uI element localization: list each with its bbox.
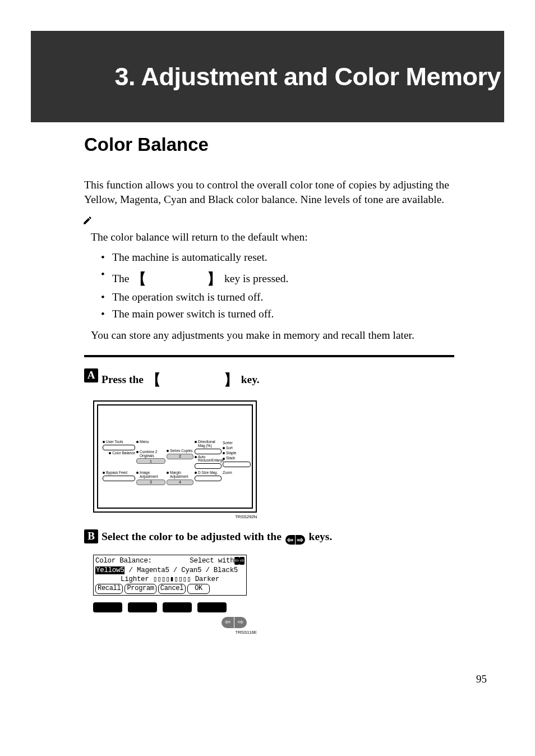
step-text: Press the 【】 key. — [102, 368, 260, 388]
physical-softkeys: ⇦ ⇨ — [93, 602, 247, 628]
section-title: Color Balance — [84, 134, 454, 155]
panel-button — [195, 449, 222, 454]
intro-paragraph: This function allows you to control the … — [84, 178, 454, 206]
arrow-keys-icon: ⇦⇨ — [285, 535, 305, 545]
figure-code: TRSS116E — [93, 630, 257, 635]
lcd-softkeys: Recall Program Cancel OK — [95, 584, 245, 594]
lcd-cancel: Cancel — [158, 584, 186, 594]
panel-numbutton: 1 — [136, 458, 165, 464]
step-2: B Select the color to be adjusted with t… — [84, 529, 454, 545]
step-number-icon: B — [84, 529, 98, 543]
lcd-line2: Yellow5 / Magenta5 / Cyan5 / Black5 — [95, 566, 245, 575]
softkey — [128, 602, 157, 612]
note-icon — [82, 215, 454, 225]
softkey — [197, 602, 227, 612]
note-item: The main power switch is turned off. — [101, 306, 454, 322]
arrow-right-button: ⇨ — [234, 617, 247, 628]
panel-button — [195, 463, 222, 469]
panel-button — [195, 476, 222, 481]
lcd-line3: Lighter ▯▯▯▯▮▯▯▯▯ Darker — [95, 575, 245, 584]
note-list: The machine is automatically reset. The … — [101, 249, 454, 322]
panel-numbutton: 4 — [167, 480, 193, 485]
panel-button — [103, 476, 135, 481]
panel-numbutton: 2 — [167, 454, 193, 459]
lcd-hint: Select with⇦⇨ — [190, 556, 245, 565]
panel-button — [103, 445, 135, 450]
step-1: A Press the 【】 key. — [84, 368, 454, 388]
chapter-header: 3. Adjustment and Color Memory — [31, 31, 504, 122]
panel-numbutton: 3 — [136, 480, 165, 485]
note-item: The machine is automatically reset. — [101, 249, 454, 266]
panel-button — [223, 462, 251, 467]
lcd-program: Program — [124, 584, 156, 594]
softkey — [93, 602, 122, 612]
softkey — [163, 602, 192, 612]
key-brackets: 【】 — [132, 266, 222, 288]
lcd-ok: OK — [187, 584, 210, 594]
lcd-figure: Color Balance: Select with⇦⇨ Yellow5 / M… — [93, 555, 247, 595]
step-text: Select the color to be adjusted with the… — [102, 529, 332, 545]
chapter-title: 3. Adjustment and Color Memory — [115, 63, 501, 91]
note-item: The operation switch is turned off. — [101, 289, 454, 306]
lcd-recall: Recall — [95, 584, 123, 594]
lcd-title: Color Balance: — [95, 556, 152, 565]
figure-code: TRSS292N — [93, 514, 257, 519]
step-number-icon: A — [84, 368, 98, 382]
arrow-left-button: ⇦ — [222, 617, 234, 628]
control-panel-figure: User Tools Color Balance Menu Combine 2 … — [93, 400, 257, 519]
page-number: 95 — [476, 673, 487, 685]
note-tail: You can store any adjustments you make i… — [91, 328, 454, 343]
divider — [84, 355, 454, 357]
note-lead: The color balance will return to the def… — [91, 230, 454, 245]
key-brackets: 【】 — [146, 368, 238, 388]
note-item: The 【】 key is pressed. — [101, 266, 454, 288]
